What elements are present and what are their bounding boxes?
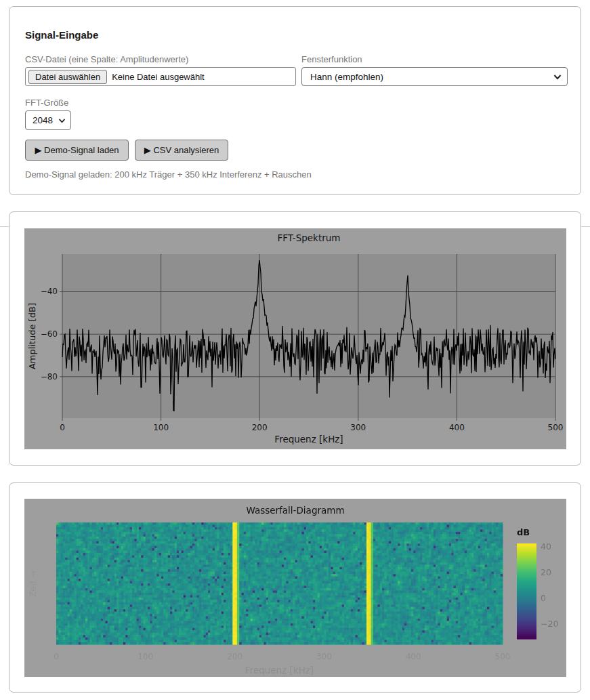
x-tick-label: 300 [350, 423, 366, 432]
x-tick-label: 200 [252, 423, 268, 432]
x-tick-label: 100 [153, 423, 169, 432]
window-function-select[interactable]: Hann (empfohlen) [301, 67, 568, 86]
y-tick-label: −80 [41, 372, 58, 382]
waterfall-x-tick-label: 300 [316, 652, 332, 661]
fft-size-value: 2048 [33, 115, 53, 125]
colorbar-label: dB [517, 527, 530, 537]
waterfall-x-tick-label: 500 [495, 652, 511, 661]
waterfall-heatmap [24, 499, 566, 677]
y-tick-label: −40 [41, 287, 58, 296]
waterfall-xlabel: Frequenz [kHz] [56, 665, 503, 676]
file-status-text: Keine Datei ausgewählt [112, 72, 205, 82]
csv-file-input[interactable]: Datei auswählen Keine Datei ausgewählt [25, 67, 296, 86]
fft-spectrum-chart: 0100200300400500−40−60−80FFT-SpektrumFre… [24, 228, 566, 449]
colorbar-tick-label: 20 [541, 567, 551, 577]
waterfall-panel: Wasserfall-Diagramm Frequenz [kHz] Zeit … [9, 482, 581, 693]
fft-ylabel: Amplitude [dB] [27, 303, 37, 369]
colorbar-tick-label: 0 [541, 593, 546, 603]
chevron-down-icon [58, 115, 66, 125]
y-tick-label: −60 [41, 329, 58, 339]
waterfall-x-tick-label: 0 [54, 652, 59, 661]
waterfall-figure: Wasserfall-Diagramm Frequenz [kHz] Zeit … [24, 499, 566, 677]
window-function-value: Hann (empfohlen) [310, 72, 383, 82]
waterfall-x-tick-label: 400 [406, 652, 421, 661]
waterfall-x-tick-label: 200 [227, 652, 243, 661]
fft-size-label: FFT-Größe [25, 98, 68, 108]
file-choose-button[interactable]: Datei auswählen [28, 70, 107, 84]
waterfall-x-tick-label: 100 [138, 652, 153, 661]
csv-file-label: CSV-Datei (eine Spalte: Amplitudenwerte) [25, 54, 188, 64]
x-tick-label: 500 [548, 423, 564, 432]
load-demo-button[interactable]: ▶ Demo-Signal laden [25, 140, 129, 161]
fft-xlabel: Frequenz [kHz] [274, 434, 343, 445]
fft-title: FFT-Spektrum [278, 232, 341, 243]
analyze-csv-button[interactable]: ▶ CSV analysieren [135, 140, 228, 161]
plot-area [62, 254, 555, 418]
fft-spectrum-figure: 0100200300400500−40−60−80FFT-SpektrumFre… [24, 228, 566, 449]
fft-spectrum-panel: 0100200300400500−40−60−80FFT-SpektrumFre… [9, 211, 581, 466]
x-tick-label: 400 [449, 423, 465, 432]
signal-input-panel: Signal-Eingabe CSV-Datei (eine Spalte: A… [9, 6, 581, 195]
status-text: Demo-Signal geladen: 200 kHz Träger + 35… [25, 169, 312, 180]
waterfall-title: Wasserfall-Diagramm [24, 505, 566, 516]
waterfall-ylabel: Zeit → [28, 547, 38, 621]
colorbar-tick-label: 40 [541, 541, 551, 552]
panel-title: Signal-Eingabe [25, 29, 98, 41]
chevron-down-icon [553, 72, 562, 82]
window-function-label: Fensterfunktion [301, 54, 362, 64]
x-tick-label: 0 [60, 423, 65, 432]
fft-size-select[interactable]: 2048 [25, 110, 71, 130]
colorbar-tick-label: −20 [541, 619, 558, 629]
